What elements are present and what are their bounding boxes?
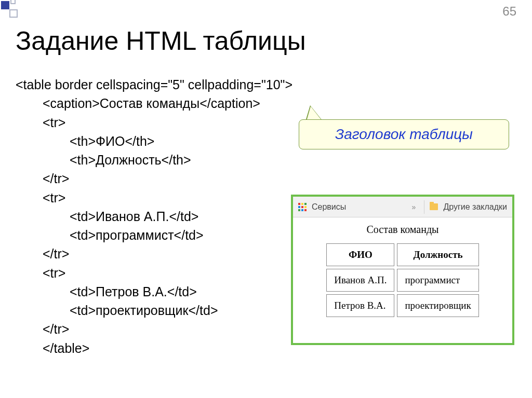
code-line: <td>проектировщик</td> xyxy=(16,301,218,320)
apps-icon[interactable] xyxy=(298,203,307,211)
code-line: <th>ФИО</th> xyxy=(16,132,154,150)
toolbar-other-bookmarks-label[interactable]: Другие закладки xyxy=(443,202,507,212)
table-cell: программист xyxy=(397,269,478,292)
callout-pointer xyxy=(307,106,322,121)
table-cell: Иванов А.П. xyxy=(326,269,394,292)
callout-bubble: Заголовок таблицы xyxy=(299,119,509,149)
preview-body: Состав команды ФИО Должность Иванов А.П.… xyxy=(293,217,512,326)
table-row: ФИО Должность xyxy=(326,243,479,266)
code-line: <td>Петров В.А.</td> xyxy=(16,282,197,301)
page-number: 65 xyxy=(502,4,516,19)
table-header-fio: ФИО xyxy=(326,243,394,266)
chevron-right-icon[interactable]: » xyxy=(412,203,416,211)
code-line: </tr> xyxy=(16,169,69,188)
table-header-role: Должность xyxy=(397,243,478,266)
toolbar-separator xyxy=(424,200,424,214)
code-line: <tr> xyxy=(16,188,65,207)
code-line: <table border cellspacing="5" cellpaddin… xyxy=(16,77,292,92)
code-line: <th>Должность</th> xyxy=(16,150,191,169)
code-line: <tr> xyxy=(16,113,65,132)
code-line: <caption>Состав команды</caption> xyxy=(16,94,260,113)
table-cell: Петров В.А. xyxy=(326,294,394,317)
browser-toolbar: Сервисы » Другие закладки xyxy=(293,197,512,217)
callout-text: Заголовок таблицы xyxy=(335,126,473,142)
folder-icon[interactable] xyxy=(430,203,438,210)
table-row: Иванов А.П. программист xyxy=(326,269,479,292)
demo-table: ФИО Должность Иванов А.П. программист Пе… xyxy=(324,241,482,320)
corner-decoration xyxy=(0,0,24,21)
code-listing: <table border cellspacing="5" cellpaddin… xyxy=(16,75,292,358)
code-line: </tr> xyxy=(16,320,69,338)
code-line: <td>Иванов А.П.</td> xyxy=(16,207,198,226)
toolbar-services-label[interactable]: Сервисы xyxy=(312,202,346,212)
code-line: </tr> xyxy=(16,244,69,263)
table-cell: проектировщик xyxy=(397,294,478,317)
code-line: </table> xyxy=(16,339,89,358)
code-line: <td>программист</td> xyxy=(16,226,204,244)
slide-title: Задание HTML таблицы xyxy=(16,26,306,56)
code-line: <tr> xyxy=(16,264,65,282)
table-row: Петров В.А. проектировщик xyxy=(326,294,479,317)
browser-preview: Сервисы » Другие закладки Состав команды… xyxy=(291,195,514,345)
table-caption: Состав команды xyxy=(301,224,504,236)
